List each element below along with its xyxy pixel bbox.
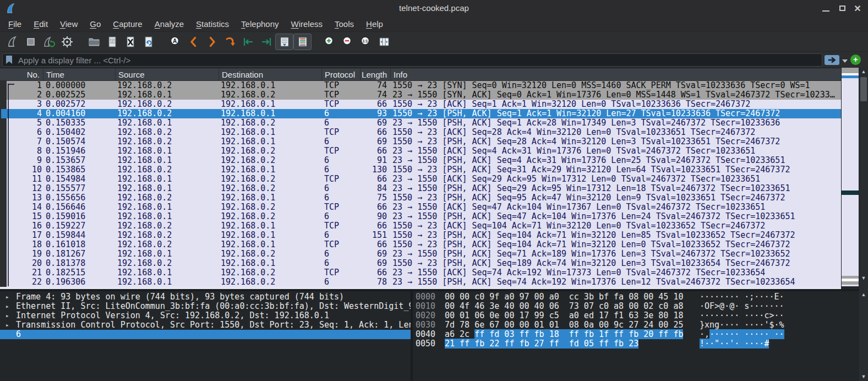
packet-row-11[interactable]: 110.154984192.168.0.1192.168.0.2TCP6623 …: [7, 175, 841, 184]
column-header-no[interactable]: No.: [0, 68, 43, 80]
ascii-bytes[interactable]: !··"··'· ····#: [700, 339, 769, 349]
colorize-button[interactable]: [293, 34, 312, 50]
packet-row-10[interactable]: 100.153865192.168.0.2192.168.0.161301550…: [7, 165, 841, 175]
ascii-bytes[interactable]: }xng···· ····'$·%: [700, 320, 784, 330]
menu-file[interactable]: File: [2, 18, 28, 30]
expand-arrow-icon[interactable]: ▸: [6, 311, 9, 320]
bottom-pane-scroll-up-icon[interactable]: ▲: [859, 291, 868, 298]
filter-bookmark-icon[interactable]: [6, 55, 13, 64]
menu-capture[interactable]: Capture: [107, 18, 148, 30]
hex-row-0000[interactable]: 000000 00 c0 9f a0 97 00 a0 cc 3b bf fa …: [413, 292, 859, 302]
close-file-button[interactable]: [121, 34, 139, 50]
packet-row-3[interactable]: 30.002572192.168.0.2192.168.0.1TCP661550…: [7, 100, 841, 109]
hex-bytes[interactable]: 00 00 c0 9f a0 97 00 a0 cc 3b bf fa 08 0…: [445, 292, 683, 302]
expand-arrow-icon[interactable]: ▸: [6, 302, 9, 311]
maximize-button[interactable]: [835, 0, 849, 17]
capture-options-button[interactable]: [58, 34, 76, 50]
expand-arrow-icon[interactable]: ▸: [6, 320, 9, 330]
go-first-packet-button[interactable]: [239, 34, 257, 50]
minimize-button[interactable]: [818, 0, 833, 17]
packet-row-19[interactable]: 190.181267192.168.0.1192.168.0.266923 → …: [7, 249, 841, 259]
find-packet-button[interactable]: A: [166, 34, 184, 50]
reload-file-button[interactable]: [139, 34, 157, 50]
scrollbar-handle[interactable]: [860, 77, 867, 101]
detail-line-0[interactable]: ▸Frame 4: 93 bytes on wire (744 bits), 9…: [0, 292, 411, 302]
packet-row-18[interactable]: 180.161018192.168.0.2192.168.0.1TCP66155…: [7, 240, 841, 249]
display-filter-input[interactable]: [2, 53, 822, 67]
apply-filter-button[interactable]: [825, 55, 839, 65]
packet-row-20[interactable]: 200.181378192.168.0.2192.168.0.16691550 …: [7, 259, 841, 268]
open-file-button[interactable]: [85, 34, 103, 50]
scroll-down-icon[interactable]: ▼: [859, 275, 868, 282]
packet-row-15[interactable]: 150.159016192.168.0.1192.168.0.269023 → …: [7, 212, 841, 221]
go-to-packet-button[interactable]: [221, 34, 239, 50]
packet-row-14[interactable]: 140.156646192.168.0.1192.168.0.2TCP6623 …: [7, 203, 841, 212]
detail-line-4[interactable]: 6: [0, 330, 411, 339]
hex-row-0030[interactable]: 00307d 78 6e 67 00 00 01 01 08 0a 00 9c …: [413, 320, 859, 330]
column-header-protocol[interactable]: Protocol: [322, 68, 361, 80]
detail-line-2[interactable]: ▸Internet Protocol Version 4, Src: 192.1…: [0, 311, 411, 320]
hex-row-0050[interactable]: 005021 ff fb 22 ff fb 27 ff fd 05 ff fb …: [413, 339, 859, 349]
menu-wireless[interactable]: Wireless: [285, 18, 329, 30]
column-header-source[interactable]: Source: [116, 68, 219, 80]
hex-row-0020[interactable]: 002000 01 06 0e 00 17 99 c5 a0 ed 17 f1 …: [413, 311, 859, 320]
packet-row-12[interactable]: 120.155577192.168.0.1192.168.0.268423 → …: [7, 184, 841, 193]
column-header-time[interactable]: Time: [43, 68, 116, 80]
menu-telephony[interactable]: Telephony: [235, 18, 285, 30]
menu-edit[interactable]: Edit: [28, 18, 54, 30]
packet-row-16[interactable]: 160.159227192.168.0.2192.168.0.1TCP66155…: [7, 221, 841, 231]
shark-fin-start-button[interactable]: [3, 34, 21, 50]
packet-row-7[interactable]: 70.150574192.168.0.2192.168.0.16691550 →…: [7, 137, 841, 146]
go-forward-button[interactable]: [203, 34, 221, 50]
packet-row-22[interactable]: 220.196306192.168.0.1192.168.0.267823 → …: [7, 277, 841, 287]
scroll-up-icon[interactable]: ▲: [859, 68, 868, 75]
menu-go[interactable]: Go: [84, 18, 107, 30]
zoom-original-button[interactable]: 1:1: [357, 34, 375, 50]
go-back-button[interactable]: [184, 34, 203, 50]
intelligent-scrollbar-minimap[interactable]: [841, 68, 859, 286]
go-last-packet-button[interactable]: [257, 34, 275, 50]
menu-view[interactable]: View: [54, 18, 84, 30]
resize-columns-button[interactable]: [375, 34, 393, 50]
hex-bytes[interactable]: 00 01 06 0e 00 17 99 c5 a0 ed 17 f1 63 3…: [445, 311, 683, 320]
menu-tools[interactable]: Tools: [329, 18, 360, 30]
packet-row-6[interactable]: 60.150402192.168.0.2192.168.0.1TCP661550…: [7, 128, 841, 137]
stop-capture-button[interactable]: [21, 34, 40, 50]
hex-bytes[interactable]: a6 2c ff fd 03 ff fb 18 ff fb 1f ff fb 2…: [445, 330, 683, 339]
packet-row-2[interactable]: 20.002525192.168.0.1192.168.0.2TCP7423 →…: [7, 90, 841, 100]
zoom-in-button[interactable]: [320, 34, 339, 50]
restart-capture-button[interactable]: [40, 34, 58, 50]
detail-line-3[interactable]: ▸Transmission Control Protocol, Src Port…: [0, 320, 411, 330]
packet-row-21[interactable]: 210.182515192.168.0.1192.168.0.2TCP6623 …: [7, 268, 841, 277]
packet-row-1[interactable]: 10.000000192.168.0.2192.168.0.1TCP741550…: [7, 81, 841, 90]
menu-statistics[interactable]: Statistics: [190, 18, 235, 30]
menu-analyze[interactable]: Analyze: [149, 18, 190, 30]
packet-row-17[interactable]: 170.159844192.168.0.2192.168.0.161511550…: [7, 231, 841, 240]
ascii-bytes[interactable]: ·OF>@·@· s·······: [700, 302, 784, 311]
detail-line-1[interactable]: ▸Ethernet II, Src: LiteOnCommun_3b:bf:fa…: [0, 302, 411, 311]
hex-bytes[interactable]: 7d 78 6e 67 00 00 01 01 08 0a 00 9c 27 2…: [445, 320, 683, 330]
column-header-info[interactable]: Info: [391, 68, 868, 80]
filter-dropdown-caret-icon[interactable]: [842, 59, 848, 63]
column-header-length[interactable]: Length: [361, 68, 391, 80]
column-header-destination[interactable]: Destination: [219, 68, 322, 80]
add-filter-button[interactable]: +: [850, 55, 861, 65]
bottom-pane-scroll-down-icon[interactable]: ▼: [859, 373, 868, 380]
hex-bytes[interactable]: 00 4f 46 3e 40 00 40 06 73 07 c0 a8 00 0…: [445, 302, 683, 311]
ascii-bytes[interactable]: ········ ····c>··: [700, 311, 784, 320]
save-file-button[interactable]: 01011011: [103, 34, 121, 50]
hex-row-0040[interactable]: 0040a6 2c ff fd 03 ff fb 18 ff fb 1f ff …: [413, 330, 859, 339]
menu-help[interactable]: Help: [360, 18, 389, 30]
expand-arrow-icon[interactable]: ▸: [6, 292, 9, 302]
hex-row-0010[interactable]: 001000 4f 46 3e 40 00 40 06 73 07 c0 a8 …: [413, 302, 859, 311]
ascii-bytes[interactable]: ·,······ ····· ··: [700, 330, 784, 339]
close-button[interactable]: ✕: [850, 0, 865, 17]
hex-bytes[interactable]: 21 ff fb 22 ff fb 27 ff fd 05 ff fb 23: [445, 339, 638, 349]
packet-row-13[interactable]: 130.155656192.168.0.2192.168.0.16751550 …: [7, 193, 841, 203]
ascii-bytes[interactable]: ········ ·;····E·: [700, 292, 784, 302]
packet-row-9[interactable]: 90.153657192.168.0.1192.168.0.269123 → 1…: [7, 156, 841, 165]
packet-row-8[interactable]: 80.151946192.168.0.1192.168.0.2TCP6623 →…: [7, 146, 841, 156]
packet-list-scrollbar[interactable]: ▲ ▼ ▲ ▼: [859, 68, 868, 381]
auto-scroll-button[interactable]: [275, 34, 293, 50]
zoom-out-button[interactable]: [339, 34, 357, 50]
